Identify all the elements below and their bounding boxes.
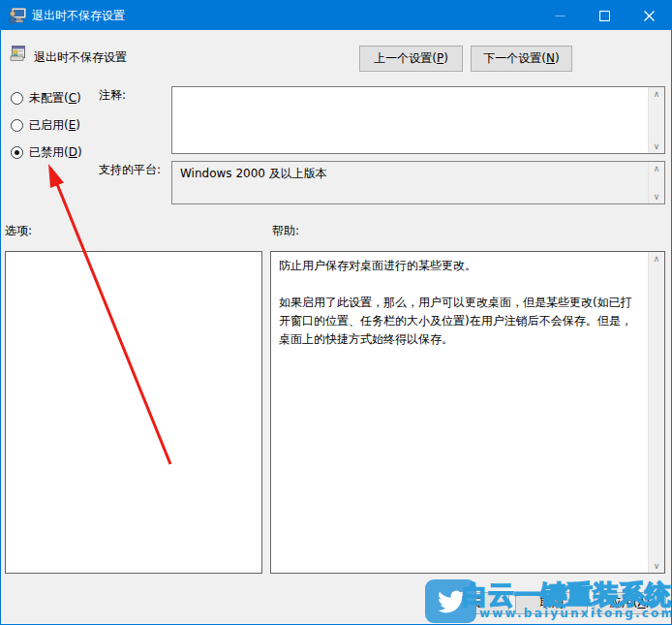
options-label: 选项: bbox=[5, 223, 32, 239]
radio-disabled[interactable]: 已禁用(D) bbox=[11, 144, 82, 161]
scroll-up-icon: ∧ bbox=[654, 163, 660, 174]
minimize-button[interactable] bbox=[537, 1, 582, 30]
maximize-button[interactable] bbox=[582, 1, 626, 30]
radio-circle-selected[interactable] bbox=[11, 146, 23, 159]
minimize-icon bbox=[555, 11, 565, 21]
radio-circle[interactable] bbox=[11, 92, 23, 105]
previous-setting-button[interactable]: 上一个设置(P) bbox=[359, 46, 463, 72]
titlebar[interactable]: 退出时不保存设置 bbox=[1, 1, 671, 30]
setting-icon bbox=[10, 45, 27, 62]
radio-label: 已启用(E) bbox=[29, 117, 80, 134]
setting-title: 退出时不保存设置 bbox=[34, 49, 127, 66]
radio-label: 已禁用(D) bbox=[29, 144, 82, 161]
radio-not-configured[interactable]: 未配置(C) bbox=[11, 90, 81, 107]
supported-on-label: 支持的平台: bbox=[99, 162, 161, 178]
scroll-down-icon[interactable]: ∨ bbox=[654, 141, 660, 152]
comment-textarea[interactable]: ∧ ∨ bbox=[171, 86, 665, 154]
help-pane: 防止用户保存对桌面进行的某些更改。 如果启用了此设置，那么，用户可以更改桌面，但… bbox=[270, 251, 665, 574]
next-setting-button[interactable]: 下一个设置(N) bbox=[471, 46, 572, 72]
apply-button[interactable]: 应用(A) bbox=[594, 592, 666, 614]
ok-button[interactable]: 确定 bbox=[437, 592, 509, 614]
scroll-up-icon[interactable]: ∧ bbox=[654, 253, 660, 265]
comment-label: 注释: bbox=[99, 87, 126, 104]
close-button[interactable] bbox=[626, 1, 671, 30]
help-paragraph: 防止用户保存对桌面进行的某些更改。 bbox=[279, 257, 640, 275]
maximize-icon bbox=[599, 11, 610, 21]
scroll-down-icon[interactable]: ∨ bbox=[654, 560, 660, 572]
radio-label: 未配置(C) bbox=[29, 90, 81, 107]
supported-on-box: Windows 2000 及以上版本 ∧ ∨ bbox=[171, 161, 665, 204]
help-paragraph: 如果启用了此设置，那么，用户可以更改桌面，但是某些更改(如已打开窗口的位置、任务… bbox=[279, 294, 640, 349]
scroll-up-icon[interactable]: ∧ bbox=[654, 88, 660, 100]
policy-monitor-icon bbox=[9, 8, 26, 23]
close-icon bbox=[644, 11, 655, 21]
scroll-down-icon: ∨ bbox=[654, 191, 660, 203]
window-title: 退出时不保存设置 bbox=[32, 8, 125, 24]
group-policy-setting-dialog: 退出时不保存设置 退出时不保存设置 上一个设置(P) 下一个设置(N) bbox=[0, 0, 672, 625]
options-pane bbox=[5, 251, 262, 574]
comment-value[interactable] bbox=[172, 87, 648, 153]
radio-enabled[interactable]: 已启用(E) bbox=[11, 117, 80, 134]
cancel-button[interactable]: 取消 bbox=[515, 592, 588, 614]
help-text: 防止用户保存对桌面进行的某些更改。 如果启用了此设置，那么，用户可以更改桌面，但… bbox=[271, 252, 648, 573]
help-scrollbar[interactable]: ∧ ∨ bbox=[648, 252, 664, 573]
help-label: 帮助: bbox=[272, 223, 299, 239]
supported-scrollbar: ∧ ∨ bbox=[648, 162, 664, 203]
radio-circle[interactable] bbox=[11, 119, 23, 132]
supported-on-value: Windows 2000 及以上版本 bbox=[172, 162, 648, 203]
comment-scrollbar[interactable]: ∧ ∨ bbox=[648, 87, 664, 153]
